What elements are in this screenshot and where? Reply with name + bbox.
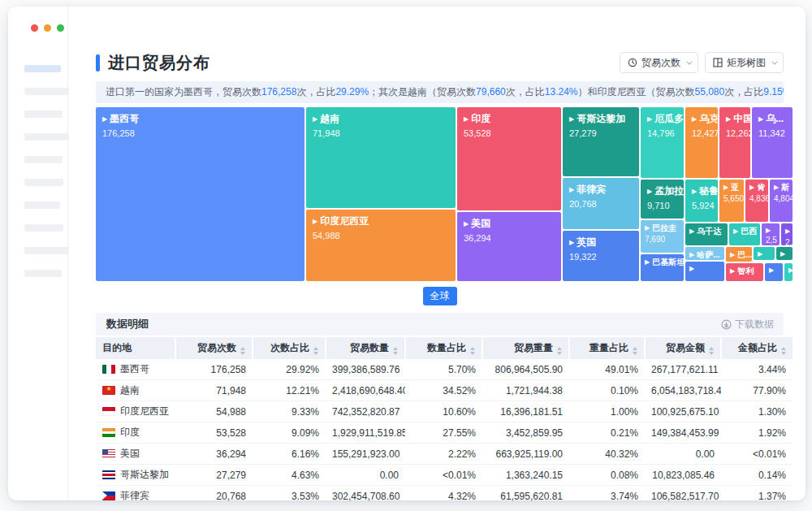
treemap-block[interactable]: ▶中国12,262: [719, 107, 750, 178]
table-cell: 12.21%: [253, 380, 326, 401]
treemap-block[interactable]: ▶哥斯达黎加27,279: [563, 107, 639, 176]
treemap-block[interactable]: ▶: [776, 247, 793, 260]
table-cell: 77.90%: [721, 380, 793, 401]
treemap-block[interactable]: ▶: [685, 262, 724, 281]
table-cell: 155,291,923.00: [326, 444, 405, 465]
treemap-block[interactable]: ▶乌克兰12,427: [685, 107, 718, 178]
treemap-block[interactable]: ▶: [784, 263, 793, 281]
expand-triangle-icon: ▶: [313, 218, 317, 225]
table-cell: 267,177,621.11: [645, 359, 721, 380]
treemap-block[interactable]: ▶巴拉圭7,690: [641, 220, 684, 253]
sidebar-item-placeholder: [24, 156, 63, 163]
table-cell: 0.21%: [569, 422, 645, 444]
table-cell: 29.92%: [253, 359, 326, 380]
treemap-block[interactable]: ▶南2,2: [781, 223, 793, 245]
treemap-block[interactable]: ▶斯4,804: [770, 180, 793, 222]
treemap-block[interactable]: ▶英国19,322: [563, 231, 639, 281]
sort-icon[interactable]: [709, 347, 714, 355]
treemap-block-value: 11,342: [758, 128, 789, 138]
chevron-down-icon: [771, 58, 777, 64]
table-cell: 36,294: [175, 444, 253, 465]
column-header-trade-quantity[interactable]: 贸易数量: [326, 337, 405, 359]
treemap-block-value: 20,768: [569, 199, 636, 209]
treemap-block[interactable]: ▶厄瓜多尔14,796: [641, 107, 684, 178]
download-data-button[interactable]: 下载数据: [721, 318, 774, 331]
treemap-breadcrumb-global[interactable]: 全球: [423, 287, 457, 305]
treemap-block[interactable]: ▶巴...: [726, 247, 752, 262]
table-cell: 2,418,690,648.40: [326, 380, 405, 401]
treemap-block[interactable]: ▶印度尼西亚54,988: [306, 210, 456, 281]
sort-icon[interactable]: [313, 347, 318, 355]
country-name: 墨西哥: [120, 362, 149, 376]
column-header-trade-amount[interactable]: 贸易金额: [645, 337, 721, 359]
table-cell: 4.63%: [253, 465, 326, 486]
treemap-block[interactable]: ▶菲律宾20,768: [563, 178, 639, 229]
sort-icon[interactable]: [393, 347, 398, 355]
treemap-block-label: ▶乌克兰: [692, 112, 715, 126]
column-header-quantity-pct[interactable]: 数量占比: [405, 337, 482, 359]
treemap-block[interactable]: ▶秘鲁5,924: [685, 180, 718, 222]
expand-triangle-icon: ▶: [758, 115, 763, 123]
expand-triangle-icon: ▶: [689, 265, 694, 272]
treemap-block[interactable]: ▶孟加拉国9,710: [641, 180, 684, 219]
destination-cell: 越南: [96, 380, 175, 401]
column-header-label: 数量占比: [427, 342, 466, 353]
data-table: 目的地贸易次数次数占比贸易数量数量占比贸易重量重量占比贸易金额金额占比 墨西哥1…: [96, 337, 793, 507]
sort-icon[interactable]: [633, 347, 637, 355]
treemap-block[interactable]: ▶: [754, 247, 775, 260]
table-cell: 399,386,589.76: [326, 359, 405, 380]
column-header-trade-count[interactable]: 贸易次数: [175, 337, 253, 359]
expand-triangle-icon: ▶: [785, 227, 790, 235]
table-cell: 16,396,181.51: [482, 401, 569, 422]
page-title: 进口贸易分布: [108, 52, 210, 74]
column-header-trade-weight[interactable]: 贸易重量: [482, 337, 569, 359]
treemap-block[interactable]: ▶越南71,948: [306, 107, 456, 208]
metric-selector-button[interactable]: 贸易次数: [620, 52, 698, 73]
sort-icon[interactable]: [240, 347, 245, 355]
table-cell: 3,452,859.95: [482, 422, 569, 444]
treemap-block[interactable]: ▶智利: [726, 263, 763, 281]
treemap-block-value: 4,836: [749, 194, 767, 203]
flag-icon-cr: [102, 470, 115, 479]
treemap-block-label: ▶菲律宾: [569, 183, 636, 197]
download-data-label: 下载数据: [735, 318, 774, 331]
treemap-block-label: ▶: [788, 266, 791, 275]
treemap-block[interactable]: ▶2,5: [762, 223, 780, 245]
treemap-block[interactable]: ▶肯4,836: [745, 180, 768, 222]
table-cell: 27,279: [175, 465, 253, 486]
treemap-block[interactable]: ▶: [765, 263, 783, 281]
treemap-block[interactable]: ▶巴基斯坦: [641, 254, 684, 281]
expand-triangle-icon: ▶: [569, 115, 574, 123]
sidebar-item-placeholder-active[interactable]: [24, 65, 61, 72]
column-header-count-pct[interactable]: 次数占比: [253, 337, 326, 359]
summary-text: ；其次是越南（贸易次数: [369, 86, 476, 97]
treemap-block-value: 27,279: [569, 128, 636, 138]
sidebar-item-placeholder: [24, 88, 69, 95]
column-header-amount-pct[interactable]: 金额占比: [721, 337, 793, 359]
treemap-block[interactable]: ▶乌干达: [685, 223, 728, 245]
treemap-block-label: ▶巴基斯坦: [645, 257, 682, 268]
treemap-block-label: ▶乌干达: [689, 226, 726, 237]
treemap-block[interactable]: ▶亚5,650: [719, 180, 744, 222]
treemap-block[interactable]: ▶乌...11,342: [752, 107, 793, 178]
treemap-block[interactable]: ▶墨西哥176,258: [96, 107, 304, 281]
sort-icon[interactable]: [557, 347, 562, 355]
treemap-block[interactable]: ▶巴西: [729, 223, 760, 245]
treemap-block[interactable]: ▶哈萨...: [685, 247, 724, 260]
treemap-block[interactable]: ▶印度53,528: [457, 107, 561, 210]
sort-icon[interactable]: [470, 347, 475, 355]
sort-icon[interactable]: [781, 347, 786, 355]
treemap-icon: [713, 58, 723, 67]
treemap-block-label: ▶肯: [749, 182, 767, 193]
column-header-label: 贸易金额: [666, 342, 705, 353]
table-cell: 27.55%: [405, 422, 482, 444]
treemap-block[interactable]: ▶美国36,294: [457, 212, 561, 281]
sidebar-item-placeholder: [24, 179, 63, 186]
table-cell: 34.52%: [405, 380, 482, 401]
treemap-block-value: 5,924: [692, 201, 715, 210]
column-header-weight-pct[interactable]: 重量占比: [569, 337, 645, 359]
chart-type-selector-button[interactable]: 矩形树图: [705, 52, 784, 73]
treemap-block-value: 12,427: [692, 128, 715, 138]
table-cell: 71,948: [175, 380, 253, 401]
summary-bar: 进口第一的国家为墨西哥，贸易次数176,258次，占比29.29%；其次是越南（…: [96, 81, 784, 103]
